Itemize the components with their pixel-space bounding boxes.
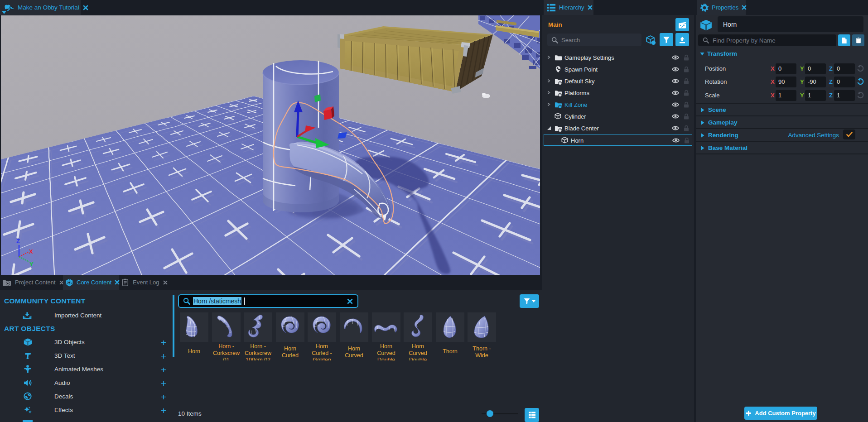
svg-text:Y: Y xyxy=(29,261,34,268)
svg-text:Z: Z xyxy=(16,238,20,245)
svg-text:X: X xyxy=(29,248,33,255)
